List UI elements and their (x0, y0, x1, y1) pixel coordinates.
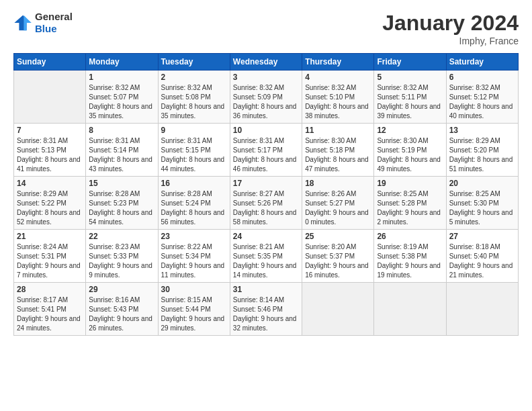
day-cell: 29Sunrise: 8:16 AMSunset: 5:43 PMDayligh… (86, 283, 158, 336)
day-cell: 14Sunrise: 8:29 AMSunset: 5:22 PMDayligh… (14, 177, 86, 230)
day-info: Sunrise: 8:30 AMSunset: 5:19 PMDaylight:… (377, 136, 443, 174)
day-number: 2 (161, 73, 227, 82)
day-number: 8 (89, 126, 154, 135)
day-number: 13 (449, 126, 515, 135)
day-number: 16 (161, 179, 227, 188)
page: General Blue January 2024 Imphy, France … (0, 0, 532, 342)
day-cell: 10Sunrise: 8:31 AMSunset: 5:17 PMDayligh… (230, 124, 302, 177)
day-info: Sunrise: 8:19 AMSunset: 5:38 PMDaylight:… (377, 242, 443, 280)
col-friday: Friday (374, 54, 446, 71)
week-row-4: 21Sunrise: 8:24 AMSunset: 5:31 PMDayligh… (14, 230, 519, 283)
day-number: 24 (233, 232, 299, 241)
day-cell: 6Sunrise: 8:32 AMSunset: 5:12 PMDaylight… (446, 71, 518, 124)
day-cell: 12Sunrise: 8:30 AMSunset: 5:19 PMDayligh… (374, 124, 446, 177)
day-cell: 2Sunrise: 8:32 AMSunset: 5:08 PMDaylight… (158, 71, 230, 124)
day-cell: 22Sunrise: 8:23 AMSunset: 5:33 PMDayligh… (86, 230, 158, 283)
day-number: 9 (161, 126, 227, 135)
day-number: 23 (161, 232, 227, 241)
day-info: Sunrise: 8:32 AMSunset: 5:08 PMDaylight:… (161, 83, 227, 121)
day-info: Sunrise: 8:28 AMSunset: 5:24 PMDaylight:… (161, 189, 227, 227)
calendar-table: Sunday Monday Tuesday Wednesday Thursday… (13, 53, 519, 336)
day-info: Sunrise: 8:29 AMSunset: 5:22 PMDaylight:… (17, 189, 83, 227)
month-title: January 2024 (382, 11, 519, 36)
svg-marker-1 (24, 15, 31, 30)
day-info: Sunrise: 8:31 AMSunset: 5:17 PMDaylight:… (233, 136, 299, 174)
day-number: 5 (377, 73, 443, 82)
day-cell: 5Sunrise: 8:32 AMSunset: 5:11 PMDaylight… (374, 71, 446, 124)
day-info: Sunrise: 8:24 AMSunset: 5:31 PMDaylight:… (17, 242, 83, 280)
day-info: Sunrise: 8:31 AMSunset: 5:14 PMDaylight:… (89, 136, 154, 174)
day-number: 1 (89, 73, 154, 82)
col-wednesday: Wednesday (230, 54, 302, 71)
day-info: Sunrise: 8:26 AMSunset: 5:27 PMDaylight:… (305, 189, 371, 227)
day-cell: 20Sunrise: 8:25 AMSunset: 5:30 PMDayligh… (446, 177, 518, 230)
day-cell (302, 283, 374, 336)
day-info: Sunrise: 8:22 AMSunset: 5:34 PMDaylight:… (161, 242, 227, 280)
day-cell: 3Sunrise: 8:32 AMSunset: 5:09 PMDaylight… (230, 71, 302, 124)
day-info: Sunrise: 8:28 AMSunset: 5:23 PMDaylight:… (89, 189, 154, 227)
day-info: Sunrise: 8:32 AMSunset: 5:07 PMDaylight:… (89, 83, 154, 121)
col-sunday: Sunday (14, 54, 86, 71)
day-cell: 16Sunrise: 8:28 AMSunset: 5:24 PMDayligh… (158, 177, 230, 230)
day-number: 4 (305, 73, 371, 82)
calendar-body: 1Sunrise: 8:32 AMSunset: 5:07 PMDaylight… (14, 71, 519, 336)
day-cell: 23Sunrise: 8:22 AMSunset: 5:34 PMDayligh… (158, 230, 230, 283)
day-number: 14 (17, 179, 83, 188)
day-info: Sunrise: 8:15 AMSunset: 5:44 PMDaylight:… (161, 295, 227, 333)
day-cell: 26Sunrise: 8:19 AMSunset: 5:38 PMDayligh… (374, 230, 446, 283)
day-info: Sunrise: 8:32 AMSunset: 5:11 PMDaylight:… (377, 83, 443, 121)
day-cell: 28Sunrise: 8:17 AMSunset: 5:41 PMDayligh… (14, 283, 86, 336)
day-cell: 27Sunrise: 8:18 AMSunset: 5:40 PMDayligh… (446, 230, 518, 283)
day-cell: 1Sunrise: 8:32 AMSunset: 5:07 PMDaylight… (86, 71, 158, 124)
day-info: Sunrise: 8:29 AMSunset: 5:20 PMDaylight:… (449, 136, 515, 174)
day-cell (14, 71, 86, 124)
day-info: Sunrise: 8:18 AMSunset: 5:40 PMDaylight:… (449, 242, 515, 280)
day-info: Sunrise: 8:31 AMSunset: 5:13 PMDaylight:… (17, 136, 83, 174)
day-number: 18 (305, 179, 371, 188)
day-number: 10 (233, 126, 299, 135)
logo: General Blue (13, 11, 73, 35)
day-cell: 25Sunrise: 8:20 AMSunset: 5:37 PMDayligh… (302, 230, 374, 283)
day-info: Sunrise: 8:20 AMSunset: 5:37 PMDaylight:… (305, 242, 371, 280)
day-cell: 13Sunrise: 8:29 AMSunset: 5:20 PMDayligh… (446, 124, 518, 177)
day-cell: 19Sunrise: 8:25 AMSunset: 5:28 PMDayligh… (374, 177, 446, 230)
day-cell: 18Sunrise: 8:26 AMSunset: 5:27 PMDayligh… (302, 177, 374, 230)
day-info: Sunrise: 8:25 AMSunset: 5:28 PMDaylight:… (377, 189, 443, 227)
day-number: 7 (17, 126, 83, 135)
day-info: Sunrise: 8:17 AMSunset: 5:41 PMDaylight:… (17, 295, 83, 333)
day-number: 12 (377, 126, 443, 135)
day-info: Sunrise: 8:23 AMSunset: 5:33 PMDaylight:… (89, 242, 154, 280)
day-number: 29 (89, 285, 154, 294)
day-info: Sunrise: 8:25 AMSunset: 5:30 PMDaylight:… (449, 189, 515, 227)
day-number: 30 (161, 285, 227, 294)
day-cell: 30Sunrise: 8:15 AMSunset: 5:44 PMDayligh… (158, 283, 230, 336)
col-tuesday: Tuesday (158, 54, 230, 71)
day-cell (446, 283, 518, 336)
day-number: 22 (89, 232, 154, 241)
week-row-2: 7Sunrise: 8:31 AMSunset: 5:13 PMDaylight… (14, 124, 519, 177)
day-number: 6 (449, 73, 515, 82)
day-number: 28 (17, 285, 83, 294)
day-info: Sunrise: 8:14 AMSunset: 5:46 PMDaylight:… (233, 295, 299, 333)
col-thursday: Thursday (302, 54, 374, 71)
day-number: 17 (233, 179, 299, 188)
day-number: 21 (17, 232, 83, 241)
day-cell: 24Sunrise: 8:21 AMSunset: 5:35 PMDayligh… (230, 230, 302, 283)
week-row-1: 1Sunrise: 8:32 AMSunset: 5:07 PMDaylight… (14, 71, 519, 124)
title-area: January 2024 Imphy, France (382, 11, 519, 46)
day-cell: 9Sunrise: 8:31 AMSunset: 5:15 PMDaylight… (158, 124, 230, 177)
day-cell: 4Sunrise: 8:32 AMSunset: 5:10 PMDaylight… (302, 71, 374, 124)
day-cell: 17Sunrise: 8:27 AMSunset: 5:26 PMDayligh… (230, 177, 302, 230)
location: Imphy, France (382, 36, 519, 46)
day-cell: 31Sunrise: 8:14 AMSunset: 5:46 PMDayligh… (230, 283, 302, 336)
week-row-3: 14Sunrise: 8:29 AMSunset: 5:22 PMDayligh… (14, 177, 519, 230)
day-info: Sunrise: 8:32 AMSunset: 5:12 PMDaylight:… (449, 83, 515, 121)
day-cell: 8Sunrise: 8:31 AMSunset: 5:14 PMDaylight… (86, 124, 158, 177)
day-cell: 7Sunrise: 8:31 AMSunset: 5:13 PMDaylight… (14, 124, 86, 177)
day-info: Sunrise: 8:32 AMSunset: 5:09 PMDaylight:… (233, 83, 299, 121)
day-number: 26 (377, 232, 443, 241)
day-number: 20 (449, 179, 515, 188)
day-info: Sunrise: 8:32 AMSunset: 5:10 PMDaylight:… (305, 83, 371, 121)
header-row: Sunday Monday Tuesday Wednesday Thursday… (14, 54, 519, 71)
day-info: Sunrise: 8:31 AMSunset: 5:15 PMDaylight:… (161, 136, 227, 174)
